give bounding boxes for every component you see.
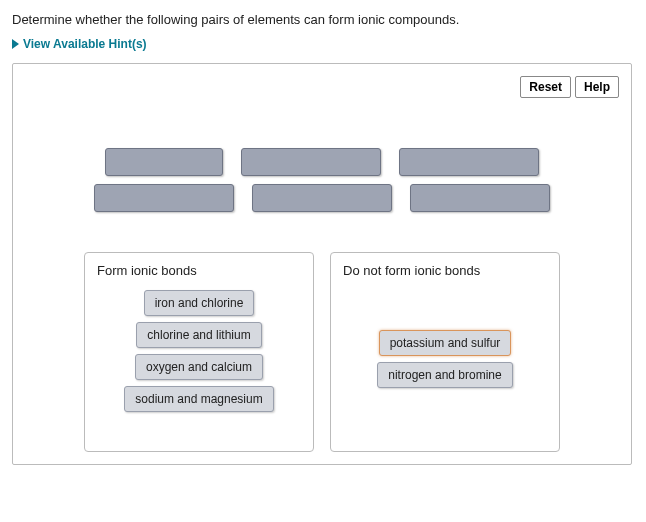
pool-row <box>105 148 539 176</box>
empty-slot[interactable] <box>410 184 550 212</box>
bin-no-ionic[interactable]: Do not form ionic bonds potassium and su… <box>330 252 560 452</box>
bin-title-left: Form ionic bonds <box>93 261 305 280</box>
question-text: Determine whether the following pairs of… <box>12 12 634 27</box>
bin-left-items: iron and chlorine chlorine and lithium o… <box>93 290 305 412</box>
help-button[interactable]: Help <box>575 76 619 98</box>
empty-slot[interactable] <box>241 148 381 176</box>
chip-item[interactable]: potassium and sulfur <box>379 330 512 356</box>
view-hints-link[interactable]: View Available Hint(s) <box>12 37 634 51</box>
bin-right-items: potassium and sulfur nitrogen and bromin… <box>339 290 551 388</box>
empty-slot[interactable] <box>252 184 392 212</box>
chip-item[interactable]: iron and chlorine <box>144 290 255 316</box>
empty-slot[interactable] <box>399 148 539 176</box>
drop-bins: Form ionic bonds iron and chlorine chlor… <box>25 252 619 452</box>
empty-slot[interactable] <box>105 148 223 176</box>
empty-slot[interactable] <box>94 184 234 212</box>
hints-label: View Available Hint(s) <box>23 37 147 51</box>
chip-item[interactable]: sodium and magnesium <box>124 386 273 412</box>
chip-item[interactable]: chlorine and lithium <box>136 322 261 348</box>
reset-button[interactable]: Reset <box>520 76 571 98</box>
chip-item[interactable]: oxygen and calcium <box>135 354 263 380</box>
toolbar: Reset Help <box>25 76 619 98</box>
triangle-right-icon <box>12 39 19 49</box>
exercise-panel: Reset Help Form ionic bonds iron and chl… <box>12 63 632 465</box>
bin-form-ionic[interactable]: Form ionic bonds iron and chlorine chlor… <box>84 252 314 452</box>
pool-row <box>94 184 550 212</box>
chip-item[interactable]: nitrogen and bromine <box>377 362 512 388</box>
source-pool <box>25 148 619 212</box>
bin-title-right: Do not form ionic bonds <box>339 261 551 280</box>
